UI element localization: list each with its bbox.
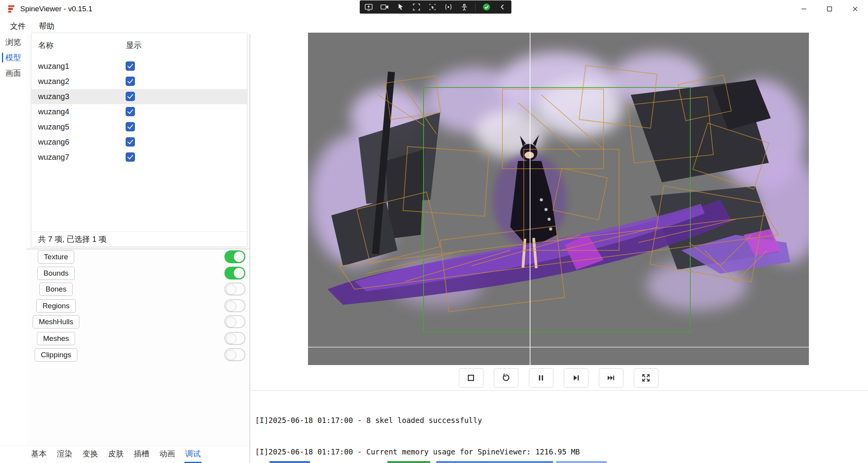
log-separator: [251, 390, 868, 391]
model-row[interactable]: wuzang1: [32, 59, 247, 74]
model-list-panel: 名称 显示 wuzang1 wuzang2 wuzang3 wuzang4 wu…: [31, 33, 247, 247]
model-name: wuzang3: [38, 92, 120, 101]
debug-row: Regions: [26, 299, 249, 313]
vertical-splitter[interactable]: [249, 34, 250, 463]
column-header-name: 名称: [38, 33, 54, 57]
menu-bar: 文件 帮助: [0, 18, 868, 34]
visible-checkbox[interactable]: [126, 61, 135, 71]
stop-button[interactable]: [459, 368, 483, 388]
model-name: wuzang4: [38, 107, 120, 116]
side-nav: 浏览 模型 画面: [0, 34, 26, 463]
restart-button[interactable]: [494, 368, 518, 388]
skip-forward-icon: [606, 373, 616, 383]
step-forward-icon: [571, 373, 581, 383]
visible-checkbox[interactable]: [126, 92, 135, 101]
tab-debug[interactable]: 调试: [184, 446, 201, 463]
visible-checkbox[interactable]: [126, 152, 135, 162]
spine-viewport[interactable]: [308, 33, 809, 365]
tab-basic[interactable]: 基本: [30, 446, 47, 463]
collapse-chevron-icon[interactable]: [497, 2, 508, 12]
overlay-capture-toolbar: [360, 0, 511, 14]
model-name: wuzang1: [38, 62, 120, 71]
model-row[interactable]: wuzang7: [32, 150, 247, 165]
debug-row: Clippings: [26, 348, 249, 362]
viewport-horizontal-axis: [308, 347, 809, 348]
menu-help[interactable]: 帮助: [34, 19, 59, 33]
debug-row: Bounds: [26, 267, 249, 280]
clippings-toggle[interactable]: [224, 348, 245, 361]
window-title: SpineViewer - v0.15.1: [20, 0, 93, 18]
model-name: wuzang6: [38, 138, 120, 147]
bounds-button[interactable]: Bounds: [37, 267, 75, 280]
tab-slot[interactable]: 插槽: [133, 446, 150, 463]
menu-file[interactable]: 文件: [5, 19, 30, 33]
maximize-button[interactable]: [817, 0, 842, 18]
regions-button[interactable]: Regions: [36, 299, 76, 313]
clippings-button[interactable]: Clippings: [35, 348, 77, 362]
model-row[interactable]: wuzang5: [32, 119, 247, 135]
left-panel: 名称 显示 wuzang1 wuzang2 wuzang3 wuzang4 wu…: [26, 34, 249, 463]
model-name: wuzang5: [38, 122, 120, 131]
model-row[interactable]: wuzang6: [32, 135, 247, 150]
taskbar-fragment: [436, 461, 553, 463]
meshes-toggle[interactable]: [224, 332, 245, 345]
video-record-icon[interactable]: [380, 2, 390, 12]
visible-checkbox[interactable]: [126, 77, 135, 86]
meshhulls-button[interactable]: MeshHulls: [33, 315, 80, 328]
regions-toggle[interactable]: [224, 299, 245, 312]
sidebar-item-browse[interactable]: 浏览: [0, 34, 26, 50]
sidebar-item-model[interactable]: 模型: [0, 50, 26, 65]
app-window: SpineViewer - v0.15.1: [0, 0, 868, 463]
restart-icon: [501, 373, 511, 383]
model-name: wuzang2: [38, 77, 120, 86]
tab-render[interactable]: 渲染: [56, 446, 73, 463]
sidebar-item-screen[interactable]: 画面: [0, 65, 26, 81]
stop-icon: [466, 373, 476, 383]
texture-button[interactable]: Texture: [38, 250, 74, 264]
visible-checkbox[interactable]: [126, 137, 135, 147]
taskbar-fragment: [387, 461, 430, 463]
cursor-select-icon[interactable]: [396, 2, 406, 12]
title-bar: SpineViewer - v0.15.1: [0, 0, 868, 18]
window-controls: [791, 0, 868, 18]
skip-forward-button[interactable]: [599, 368, 623, 388]
viewport-vertical-axis: [530, 33, 530, 365]
screen-capture-icon[interactable]: [364, 2, 374, 12]
tab-transform[interactable]: 变换: [82, 446, 99, 463]
visible-checkbox[interactable]: [126, 107, 135, 116]
pause-icon: [536, 373, 546, 383]
spineviewer-logo-icon: [7, 4, 16, 14]
debug-panel: Texture Bounds Bones Regions MeshHulls M…: [26, 249, 249, 365]
meshhulls-toggle[interactable]: [224, 315, 245, 328]
meshes-button[interactable]: Meshes: [37, 332, 75, 345]
taskbar-fragment: [556, 461, 607, 463]
minimize-button[interactable]: [791, 0, 817, 18]
status-check-icon[interactable]: [481, 2, 492, 12]
accessibility-person-icon[interactable]: [459, 2, 469, 12]
model-row[interactable]: wuzang3: [32, 89, 247, 104]
tab-animation[interactable]: 动画: [159, 446, 176, 463]
debug-row: Bones: [26, 283, 249, 296]
region-select-icon[interactable]: [411, 2, 422, 12]
region-cursor-icon[interactable]: [427, 2, 438, 12]
step-forward-button[interactable]: [564, 368, 588, 388]
close-button[interactable]: [842, 0, 868, 18]
bones-toggle[interactable]: [224, 283, 245, 295]
pause-button[interactable]: [529, 368, 553, 388]
tab-skin[interactable]: 皮肤: [107, 446, 124, 463]
debug-row: Texture: [26, 250, 249, 264]
keystroke-display-icon[interactable]: [443, 2, 453, 12]
left-tab-bar: 基本 渲染 变换 皮肤 插槽 动画 调试: [0, 446, 249, 463]
playback-controls: [308, 368, 809, 388]
fullscreen-button[interactable]: [634, 368, 658, 388]
model-row[interactable]: wuzang2: [32, 74, 247, 89]
toolbar-divider: [475, 3, 476, 11]
debug-row: MeshHulls: [26, 315, 249, 328]
texture-toggle[interactable]: [224, 250, 245, 263]
visible-checkbox[interactable]: [126, 122, 135, 131]
model-row[interactable]: wuzang4: [32, 104, 247, 119]
list-status-bar: 共 7 项, 已选择 1 项: [32, 231, 247, 246]
debug-row: Meshes: [26, 332, 249, 345]
bones-button[interactable]: Bones: [39, 283, 73, 296]
bounds-toggle[interactable]: [224, 267, 245, 280]
